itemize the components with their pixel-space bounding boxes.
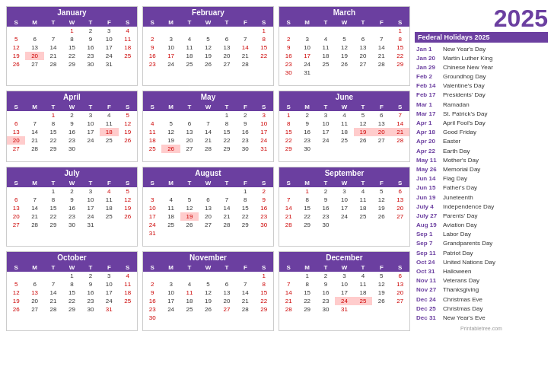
cal-cell: 26 — [7, 60, 25, 69]
cal-cell: 1 — [279, 111, 298, 120]
cal-cell: 15 — [44, 128, 62, 136]
cal-cell: 17 — [143, 212, 161, 221]
cal-cell: 12 — [180, 204, 199, 212]
day-header: S — [7, 263, 25, 272]
holiday-item: Sep 11Patriot Day — [415, 248, 548, 257]
cal-table-september: SMTWTFS123456789101112131415161718192021… — [279, 179, 409, 229]
day-header: T — [218, 263, 236, 272]
cal-cell — [143, 27, 161, 35]
cal-cell: 29 — [236, 221, 254, 229]
month-header-june: June — [279, 91, 409, 103]
holiday-name: Groundhog Day — [443, 72, 486, 81]
cal-cell: 25 — [335, 136, 353, 145]
cal-cell: 9 — [81, 35, 100, 43]
day-header: F — [100, 263, 118, 272]
cal-cell: 28 — [218, 221, 236, 229]
cal-cell: 20 — [180, 136, 199, 145]
cal-cell — [119, 305, 137, 314]
cal-cell — [199, 314, 217, 322]
cal-cell: 24 — [100, 297, 118, 305]
day-header: S — [391, 263, 409, 272]
cal-cell: 19 — [354, 128, 372, 136]
holiday-item: Mar 1Ramadan — [415, 100, 548, 109]
holiday-name: Chinese New Year — [443, 63, 493, 72]
cal-cell: 15 — [255, 288, 273, 297]
cal-cell: 1 — [255, 272, 273, 280]
cal-cell: 20 — [372, 128, 390, 136]
cal-cell — [199, 229, 217, 237]
day-header: S — [143, 18, 161, 27]
cal-cell: 25 — [180, 305, 199, 314]
cal-cell — [161, 111, 180, 120]
cal-cell: 3 — [100, 272, 118, 280]
holiday-name: Patriot Day — [443, 249, 473, 257]
cal-cell: 3 — [81, 187, 100, 196]
cal-cell: 10 — [298, 43, 316, 52]
day-header: M — [25, 179, 43, 187]
cal-cell: 2 — [279, 35, 298, 43]
cal-cell — [218, 272, 236, 280]
cal-cell: 2 — [236, 111, 254, 120]
cal-cell — [199, 187, 217, 196]
day-header: S — [279, 18, 298, 27]
cal-cell: 18 — [100, 204, 118, 212]
cal-cell: 22 — [236, 212, 254, 221]
cal-cell: 13 — [7, 128, 25, 136]
cal-cell: 16 — [143, 52, 161, 60]
cal-cell: 21 — [236, 297, 254, 305]
cal-table-january: SMTWTFS123456789101112131415161718192021… — [7, 18, 137, 69]
day-header: T — [218, 103, 236, 111]
cal-cell: 18 — [161, 212, 180, 221]
day-header: S — [143, 179, 161, 187]
cal-cell: 20 — [7, 212, 25, 221]
cal-cell: 2 — [143, 35, 161, 43]
holiday-date: July 27 — [416, 212, 441, 220]
cal-cell: 27 — [7, 221, 25, 229]
cal-cell: 16 — [62, 204, 81, 212]
cal-cell: 19 — [7, 52, 25, 60]
cal-cell — [44, 27, 62, 35]
cal-cell: 30 — [62, 145, 81, 153]
cal-cell: 23 — [317, 297, 335, 305]
holiday-date: Apr 20 — [416, 137, 441, 145]
day-header: S — [119, 179, 137, 187]
cal-cell — [391, 305, 409, 314]
cal-cell: 2 — [62, 111, 81, 120]
cal-cell: 25 — [354, 212, 372, 221]
month-header-december: December — [279, 252, 409, 263]
cal-cell: 20 — [218, 297, 236, 305]
cal-cell: 16 — [317, 204, 335, 212]
cal-cell: 4 — [354, 187, 372, 196]
cal-cell — [335, 221, 353, 229]
calendar-december: DecemberSMTWTFS1234567891011121314151617… — [279, 251, 410, 331]
cal-cell: 6 — [7, 120, 25, 128]
holiday-date: Apr 18 — [416, 128, 441, 136]
day-header: S — [391, 18, 409, 27]
cal-cell: 10 — [143, 204, 161, 212]
holiday-item: Sep 1Labor Day — [415, 230, 548, 239]
cal-cell: 29 — [298, 221, 316, 229]
cal-cell: 2 — [317, 272, 335, 280]
cal-cell: 19 — [161, 136, 180, 145]
cal-cell: 26 — [180, 221, 199, 229]
holiday-item: Jan 29Chinese New Year — [415, 62, 548, 72]
cal-cell: 30 — [317, 221, 335, 229]
cal-cell: 4 — [143, 120, 161, 128]
cal-cell — [199, 27, 217, 35]
holiday-name: April Fool's Day — [443, 119, 486, 127]
holiday-item: Jun 19Juneteenth — [415, 193, 548, 202]
cal-cell — [161, 272, 180, 280]
cal-cell — [161, 187, 180, 196]
cal-cell: 6 — [391, 187, 409, 196]
holiday-name: Grandparents Day — [443, 239, 492, 247]
cal-cell — [218, 27, 236, 35]
day-header: M — [161, 263, 180, 272]
day-header: T — [317, 179, 335, 187]
day-header: F — [100, 18, 118, 27]
cal-cell: 10 — [81, 120, 100, 128]
holiday-name: Father's Day — [443, 183, 477, 192]
cal-cell: 7 — [199, 120, 217, 128]
cal-cell: 5 — [7, 280, 25, 288]
cal-cell — [218, 229, 236, 237]
cal-cell: 27 — [354, 60, 372, 69]
